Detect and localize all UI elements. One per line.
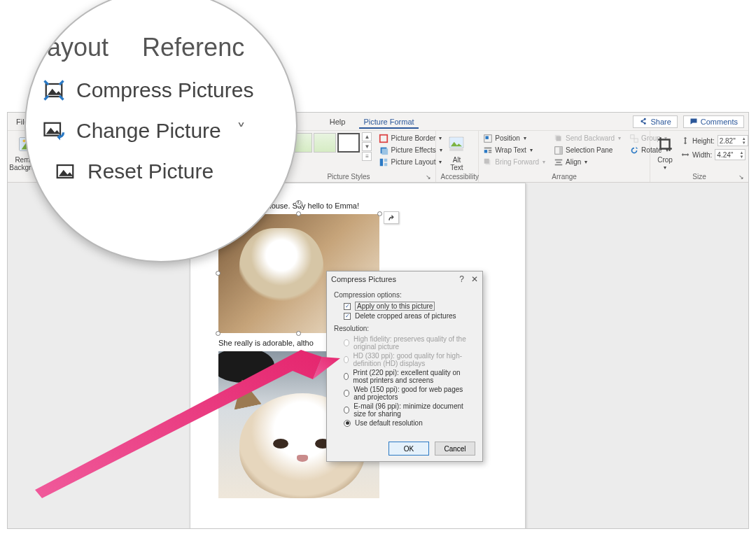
alt-text-button[interactable]: Alt Text — [440, 132, 472, 171]
resize-handle[interactable] — [296, 331, 301, 336]
radio-selected-icon[interactable] — [344, 420, 351, 427]
zoom-tab-layout: ayout — [47, 33, 108, 62]
svg-rect-28 — [555, 164, 563, 165]
group-arrange-label: Arrange — [483, 172, 645, 182]
res-highfidelity-label: High fidelity: preserves quality of the … — [354, 335, 475, 351]
delete-cropped-label: Delete cropped areas of pictures — [355, 312, 456, 320]
bring-forward-label: Bring Forward — [495, 156, 539, 168]
send-backward-label: Send Backward — [566, 132, 615, 144]
tab-help[interactable]: Help — [326, 115, 350, 129]
compression-options-label: Compression options: — [334, 291, 475, 299]
alt-text-label: Alt Text — [450, 156, 463, 171]
picture-border-button[interactable]: Picture Border▾ — [379, 132, 442, 144]
bring-forward-icon — [483, 157, 493, 167]
position-button[interactable]: Position▾ — [483, 132, 545, 144]
svg-rect-25 — [559, 146, 562, 154]
comments-button[interactable]: Comments — [683, 115, 744, 128]
res-web-radio[interactable]: Web (150 ppi): good for web pages and pr… — [334, 385, 475, 402]
svg-marker-31 — [636, 146, 638, 148]
wrap-text-icon — [483, 146, 493, 155]
zoom-reset-picture: Reset Picture — [52, 159, 295, 184]
selection-pane-icon — [554, 146, 564, 155]
alt-text-icon — [446, 134, 467, 155]
zoom-change-picture: Change Picture ˅ — [41, 118, 295, 143]
crop-label: Crop — [657, 156, 673, 164]
group-size-label: Size — [654, 172, 744, 182]
resize-handle[interactable] — [216, 271, 220, 276]
checkbox-checked-icon[interactable]: ✓ — [344, 313, 351, 320]
svg-rect-18 — [489, 150, 491, 151]
dialog-ok-button[interactable]: OK — [388, 442, 429, 456]
dialog-title: Compress Pictures — [331, 275, 396, 283]
crop-button[interactable]: Crop ▾ — [654, 132, 676, 171]
zoom-compress-pictures-label: Compress Pictures — [76, 78, 253, 102]
resize-handle[interactable] — [296, 211, 301, 216]
res-default-label: Use default resolution — [355, 419, 423, 427]
res-web-label: Web (150 ppi): good for web pages and pr… — [354, 386, 475, 401]
selection-pane-button[interactable]: Selection Pane — [554, 144, 621, 156]
res-default-radio[interactable]: Use default resolution — [334, 418, 475, 428]
height-spinner[interactable]: 2.82" ▲▼ — [718, 135, 748, 146]
zoom-change-picture-label: Change Picture — [76, 119, 221, 143]
compress-pictures-dialog: Compress Pictures ? ✕ Compression option… — [326, 271, 483, 462]
svg-rect-19 — [489, 151, 491, 153]
resize-handle[interactable] — [216, 331, 220, 336]
selection-pane-label: Selection Pane — [566, 144, 612, 156]
res-email-radio[interactable]: E-mail (96 ppi): minimize document size … — [334, 402, 475, 418]
spin-down-icon[interactable]: ▼ — [742, 141, 746, 145]
gallery-more[interactable]: ▲ ▼ ≡ — [362, 132, 372, 161]
res-print-radio[interactable]: Print (220 ppi): excellent quality on mo… — [334, 368, 475, 385]
resize-handle[interactable] — [377, 211, 382, 216]
picture-layout-button[interactable]: Picture Layout▾ — [379, 156, 442, 168]
document-text: n the house. Say hello to Emma! — [248, 202, 497, 210]
svg-rect-17 — [484, 150, 487, 153]
svg-rect-9 — [384, 162, 387, 165]
rotation-handle[interactable] — [295, 200, 302, 207]
wrap-text-button[interactable]: Wrap Text▾ — [483, 144, 545, 156]
radio-icon[interactable] — [344, 407, 349, 414]
layout-options-flyout[interactable] — [384, 211, 399, 224]
share-button[interactable]: Share — [633, 115, 677, 128]
dialog-cancel-button[interactable]: Cancel — [435, 442, 475, 456]
align-label: Align — [566, 156, 581, 168]
picture-border-label: Picture Border — [391, 132, 435, 144]
picture-layout-label: Picture Layout — [391, 156, 435, 168]
rotate-icon — [629, 146, 639, 155]
reset-picture-icon — [52, 159, 78, 184]
style-thumb[interactable] — [337, 133, 360, 153]
delete-cropped-checkbox-row[interactable]: ✓ Delete cropped areas of pictures — [334, 311, 475, 320]
gallery-up-icon[interactable]: ▲ — [362, 132, 372, 141]
zoom-tab-references: Referenc — [142, 33, 244, 62]
picture-border-icon — [379, 134, 388, 143]
size-dialog-launcher[interactable]: ↘ — [738, 174, 746, 181]
picture-effects-label: Picture Effects — [391, 144, 435, 156]
radio-icon[interactable] — [344, 390, 349, 397]
res-highfidelity-radio: High fidelity: preserves quality of the … — [334, 334, 475, 351]
picture-styles-dialog-launcher[interactable]: ↘ — [426, 174, 433, 181]
dialog-close-button[interactable]: ✕ — [471, 274, 478, 284]
tab-picture-format[interactable]: Picture Format — [359, 115, 418, 129]
svg-rect-21 — [484, 158, 489, 163]
gallery-expand-icon[interactable]: ≡ — [362, 152, 372, 161]
gallery-down-icon[interactable]: ▼ — [362, 142, 372, 151]
wrap-text-label: Wrap Text — [495, 144, 526, 156]
checkbox-checked-icon[interactable]: ✓ — [344, 303, 351, 310]
svg-rect-8 — [384, 158, 387, 161]
width-spinner[interactable]: 4.24" ▲▼ — [715, 149, 746, 160]
picture-effects-button[interactable]: Picture Effects▾ — [379, 144, 442, 156]
height-value: 2.82" — [720, 137, 736, 145]
svg-rect-30 — [634, 139, 638, 142]
svg-rect-26 — [555, 159, 563, 160]
spin-down-icon[interactable]: ▼ — [739, 155, 743, 159]
dialog-titlebar[interactable]: Compress Pictures ? ✕ — [327, 271, 482, 287]
bring-forward-button: Bring Forward▾ — [483, 156, 545, 168]
apply-only-checkbox-row[interactable]: ✓ Apply only to this picture — [334, 301, 475, 311]
picture-effects-icon — [379, 146, 388, 155]
group-accessibility-label: Accessibility — [440, 172, 474, 182]
style-thumb[interactable] — [314, 133, 336, 153]
chevron-down-icon: ˅ — [237, 120, 246, 142]
radio-icon[interactable] — [344, 373, 349, 380]
layout-options-icon — [386, 213, 396, 222]
align-button[interactable]: Align▾ — [554, 156, 621, 168]
dialog-help-button[interactable]: ? — [459, 274, 464, 284]
